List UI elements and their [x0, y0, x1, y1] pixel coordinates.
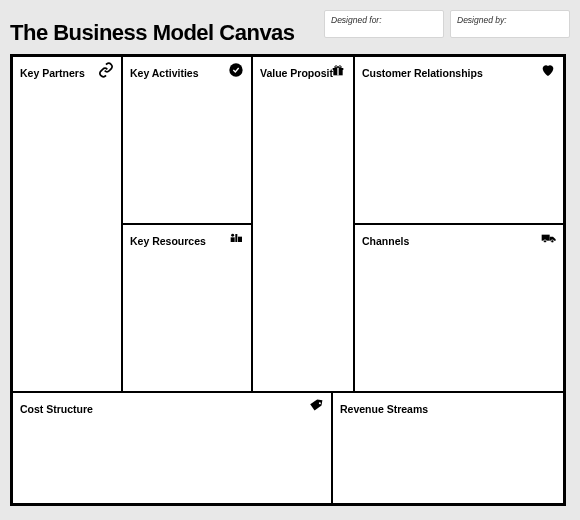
meta-fields: Designed for: Designed by: — [324, 10, 570, 38]
customer-relationships-label: Customer Relationships — [362, 67, 483, 79]
value-proposition-label: Value Proposit — [260, 67, 333, 79]
revenue-streams-box[interactable]: Revenue Streams — [332, 392, 564, 504]
value-proposition-box[interactable]: Value Proposit — [252, 56, 354, 392]
svg-point-0 — [229, 63, 242, 76]
designed-by-label: Designed by: — [457, 15, 507, 25]
factory-icon — [228, 230, 244, 246]
gift-icon — [330, 62, 346, 78]
tag-icon — [308, 398, 324, 414]
customer-relationships-box[interactable]: Customer Relationships — [354, 56, 564, 224]
page-title: The Business Model Canvas — [10, 10, 324, 46]
page: The Business Model Canvas Designed for: … — [0, 0, 580, 520]
channels-label: Channels — [362, 235, 409, 247]
cost-structure-box[interactable]: Cost Structure — [12, 392, 332, 504]
heart-icon — [540, 62, 556, 78]
key-partners-box[interactable]: Key Partners — [12, 56, 122, 392]
link-icon — [98, 62, 114, 78]
header: The Business Model Canvas Designed for: … — [10, 10, 570, 46]
key-resources-box[interactable]: Key Resources — [122, 224, 252, 392]
designed-by-field[interactable]: Designed by: — [450, 10, 570, 38]
check-circle-icon — [228, 62, 244, 78]
svg-rect-4 — [238, 237, 242, 242]
svg-rect-3 — [235, 234, 237, 242]
designed-for-field[interactable]: Designed for: — [324, 10, 444, 38]
key-activities-label: Key Activities — [130, 67, 198, 79]
truck-icon — [540, 230, 556, 246]
revenue-streams-label: Revenue Streams — [340, 403, 428, 415]
key-activities-box[interactable]: Key Activities — [122, 56, 252, 224]
key-resources-label: Key Resources — [130, 235, 206, 247]
designed-for-label: Designed for: — [331, 15, 382, 25]
svg-point-9 — [544, 240, 547, 243]
key-partners-label: Key Partners — [20, 67, 85, 79]
svg-rect-7 — [337, 68, 338, 75]
svg-point-10 — [551, 240, 554, 243]
cost-structure-label: Cost Structure — [20, 403, 93, 415]
svg-point-1 — [231, 234, 234, 237]
channels-box[interactable]: Channels — [354, 224, 564, 392]
canvas-grid: Key Partners Key Activities Key Resource… — [10, 54, 566, 506]
svg-rect-2 — [231, 237, 235, 242]
